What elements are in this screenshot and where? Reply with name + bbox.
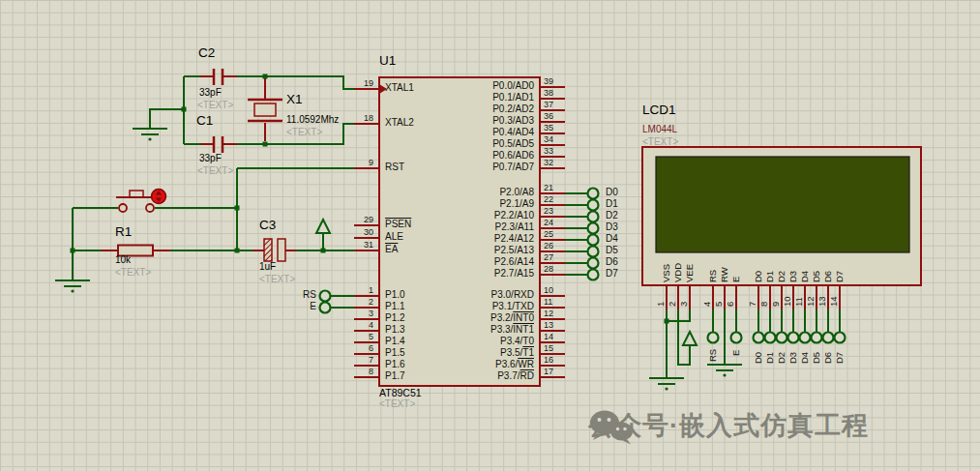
u1-pin-number: 19 [346, 77, 373, 89]
u1-pin-number: 14 [544, 331, 553, 342]
u1-pin-name: P0.6/AD6 [399, 150, 534, 162]
u1-pin-number: 22 [544, 193, 553, 205]
u1-pin-number: 12 [544, 308, 553, 319]
u1-pin-name: P3.2/INT0 [399, 312, 534, 324]
lcd1-pin-name: VEE [684, 264, 695, 282]
u1-pin-name: P0.1/AD1 [399, 92, 534, 103]
u1-pin-number: 27 [544, 251, 553, 263]
lcd1-pin-number: 10 [782, 296, 792, 307]
watermark: 公众号·嵌入式仿真工程 [588, 408, 869, 443]
u1-pin-number: 39 [544, 75, 553, 87]
lcd1-text-placeholder: <TEXT> [642, 136, 678, 148]
lcd1-pin-name: VSS [661, 264, 671, 282]
c3-ref-label[interactable]: C3 [259, 220, 276, 231]
lcd1-pin-name: D3 [787, 271, 798, 282]
u1-pin-number: 35 [544, 122, 553, 133]
lcd1-pin-name: VDD [672, 263, 683, 282]
u1-pin-name: P3.5/T1 [399, 347, 534, 359]
terminal-label: D0 [753, 352, 763, 364]
lcd1-pin-number: 3 [678, 302, 689, 307]
terminal-label: D7 [606, 268, 618, 280]
x1-value-label[interactable]: 11.0592Mhz [286, 114, 339, 126]
terminal-label: D3 [606, 221, 618, 233]
u1-value-label[interactable]: AT89C51 [379, 387, 422, 398]
lcd1-pin-number: 9 [770, 302, 781, 307]
lcd1-pin-number: 1 [655, 302, 666, 307]
u1-pin-number: 8 [346, 366, 373, 377]
lcd1-pin-name: D5 [811, 271, 821, 282]
terminal-label: D1 [606, 198, 618, 210]
u1-pin-number: 11 [544, 296, 552, 308]
lcd1-value-label[interactable]: LM044L [642, 124, 677, 135]
terminal-label: D4 [606, 233, 618, 245]
terminal-label: D5 [606, 245, 618, 256]
schematic-labels: C2 33pF <TEXT> C1 33pF <TEXT> X1 11.0592… [0, 0, 980, 471]
terminal-label: RS [287, 289, 316, 301]
u1-pin-number: 5 [346, 331, 373, 342]
terminal-label: RS [707, 349, 718, 362]
u1-pin-name: P3.1/TXD [399, 301, 534, 312]
u1-pin-name: P3.7/RD [399, 370, 534, 382]
wechat-logo-icon [588, 408, 635, 445]
u1-pin-number: 18 [346, 112, 373, 124]
u1-pin-number: 32 [544, 157, 553, 168]
x1-ref-label[interactable]: X1 [286, 94, 303, 105]
u1-pin-number: 36 [544, 110, 553, 122]
c3-value-label[interactable]: 1uF [259, 261, 276, 273]
lcd1-pin-name: RS [707, 270, 718, 282]
u1-pin-number: 7 [346, 354, 373, 366]
x1-text-placeholder: <TEXT> [286, 127, 322, 138]
u1-pin-name: P3.6/WR [399, 359, 534, 370]
c2-ref-label[interactable]: C2 [198, 47, 215, 59]
u1-pin-number: 21 [544, 182, 553, 193]
u1-pin-number: 3 [346, 308, 373, 319]
c1-value-label[interactable]: 33pF [199, 153, 222, 164]
u1-pin-number: 34 [544, 133, 553, 145]
u1-pin-name: P2.1/A9 [399, 198, 534, 210]
lcd1-pin-number: 5 [713, 302, 724, 307]
u1-pin-name: P0.5/AD5 [399, 138, 534, 150]
c2-value-label[interactable]: 33pF [199, 87, 222, 99]
u1-pin-number: 37 [544, 99, 553, 110]
lcd1-pin-name: D6 [822, 271, 833, 282]
terminal-label: D2 [606, 210, 618, 221]
lcd1-pin-number: 2 [667, 302, 677, 307]
lcd1-ref-label[interactable]: LCD1 [642, 104, 676, 116]
u1-pin-number: 15 [544, 342, 553, 354]
terminal-label: E [730, 350, 741, 356]
lcd1-pin-number: 14 [828, 296, 839, 307]
u1-ref-label[interactable]: U1 [379, 55, 396, 67]
u1-pin-name: P3.4/T0 [399, 336, 534, 347]
r1-value-label[interactable]: 10k [115, 254, 131, 266]
lcd1-pin-name: D1 [764, 271, 775, 282]
lcd1-pin-name: D0 [753, 271, 763, 282]
u1-pin-name: P2.3/A11 [399, 221, 534, 233]
u1-pin-name: P0.7/AD7 [399, 162, 534, 173]
u1-pin-number: 24 [544, 217, 553, 228]
u1-pin-number: 10 [544, 284, 553, 296]
u1-text-placeholder: <TEXT> [379, 398, 415, 410]
lcd1-pin-number: 13 [817, 296, 827, 307]
u1-pin-number: 13 [544, 319, 553, 331]
u1-pin-number: 38 [544, 87, 553, 99]
lcd1-pin-name: D4 [799, 271, 810, 282]
terminal-label: D0 [606, 187, 618, 198]
c3-text-placeholder: <TEXT> [259, 274, 295, 285]
u1-pin-number: 29 [346, 214, 373, 225]
u1-pin-number: 31 [346, 239, 373, 250]
schematic-canvas: C2 33pF <TEXT> C1 33pF <TEXT> X1 11.0592… [0, 0, 980, 471]
u1-pin-number: 25 [544, 228, 553, 240]
u1-pin-number: 1 [346, 284, 373, 296]
u1-pin-name: EA [385, 244, 398, 255]
r1-ref-label[interactable]: R1 [115, 226, 132, 238]
c1-ref-label[interactable]: C1 [196, 115, 213, 127]
u1-pin-number: 16 [544, 354, 553, 366]
terminal-label: D7 [834, 352, 845, 364]
lcd1-pin-number: 4 [701, 302, 712, 307]
terminal-label: D6 [606, 256, 618, 268]
u1-pin-number: 33 [544, 145, 553, 157]
u1-pin-number: 4 [346, 319, 373, 331]
lcd1-pin-name: RW [719, 267, 729, 282]
terminal-label: D2 [776, 352, 787, 364]
u1-pin-name: P2.0/A8 [399, 187, 534, 198]
